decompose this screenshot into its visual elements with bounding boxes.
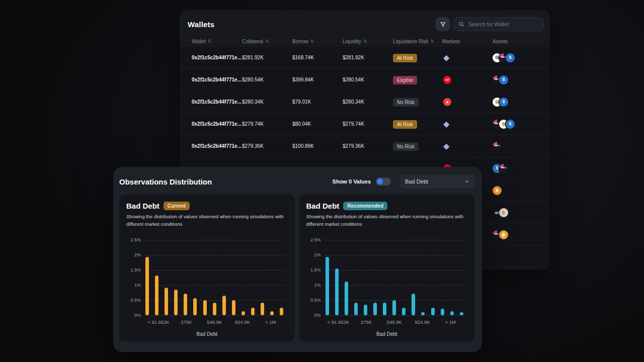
bar [460,312,463,315]
sort-icon: ⇅ [431,39,435,44]
risk-badge: At Risk [393,54,417,62]
x-tick-label: > 1M [257,319,285,325]
bad-debt-current-card: Bad Debt Current Showing the distributio… [119,195,295,341]
bar [203,300,207,316]
borrow-value: $168.74K [292,55,343,60]
bar [383,303,386,316]
column-label: Collateral [242,39,263,44]
table-row[interactable]: 0x2f1c5c2b44f771e...$281.92K$168.74K$281… [180,47,550,69]
bar-chart: 0%0.5%1%1.5%2%2.5% [144,240,285,315]
column-header-assets: Assets [493,39,542,44]
liquidity-value: $280.34K [343,99,393,105]
sort-icon: ⇅ [265,39,269,44]
x-tick-label: 549.9K [200,319,228,325]
risk-cell: No Risk [393,97,442,107]
x-tick-label: < 91.652K [325,319,353,325]
btc-icon: ฿ [493,186,502,195]
risk-cell: Eligible [393,75,442,84]
column-header-collateral[interactable]: Collateral⇅ [242,39,292,44]
bar [412,294,415,315]
y-tick-label: 1% [314,283,320,288]
wallet-search-input[interactable] [467,21,539,28]
filter-button[interactable] [436,17,450,31]
collateral-value: $279.36K [242,143,292,149]
bar [373,303,377,316]
bar [165,288,168,316]
risk-badge: At Risk [393,120,417,129]
usdc-icon: $ [499,75,508,84]
assets-cell: GWBTC$ [493,53,550,62]
show-zero-values-toggle[interactable] [376,177,391,186]
bar [354,303,358,316]
busd-icon: ฿ [499,230,508,239]
column-header-wallet[interactable]: Wallet⇅ [192,39,242,44]
market-cell: OP [442,76,493,84]
assets-cell: WBTC฿$ [493,120,550,129]
borrow-value: $79.01K [292,99,343,105]
liquidity-value: $279.36K [343,143,393,149]
y-tick-label: 2.5% [310,237,321,242]
chevron-down-icon [464,179,469,184]
table-row[interactable]: 0x2f1c5c2b44f771e...$279.36K$100.89K$279… [180,135,550,157]
wallets-title: Wallets [188,20,214,29]
sort-icon: ⇅ [207,39,211,44]
wbtc-icon: WBTC [493,142,502,151]
y-tick-label: 2% [134,252,141,257]
observations-controls: Show 0 Values Bad Debt [333,174,474,189]
x-tick-label: 824.9K [409,319,437,325]
collateral-value: $280.34K [242,99,292,105]
chart-cards: Bad Debt Current Showing the distributio… [113,194,482,349]
wallet-address: 0x2f1c5c2b44f771e... [192,99,242,105]
risk-badge: No Risk [393,98,419,107]
chart-title: Bad Debt [126,202,159,210]
bar [145,257,149,315]
column-header-liquidity[interactable]: Liquidity⇅ [343,39,393,44]
observations-panel: Observations Distribution Show 0 Values … [113,167,482,352]
chart-title: Bad Debt [306,202,340,210]
recommended-badge: Recommended [343,202,387,210]
table-row[interactable]: 0x2f1c5c2b44f771e...$280.34K$79.01K$280.… [180,91,550,113]
optimism-icon: OP [443,76,451,84]
metric-dropdown-value: Bad Debt [405,178,428,185]
chart-card-head: Bad Debt Recommended [306,202,468,210]
table-row[interactable]: 0x2f1c5c2b44f771e...$279.74K$80.04K$279.… [180,113,550,135]
chart-subtitle: Showing the distribution of values obser… [126,213,288,228]
ethereum-icon: ◆ [443,120,449,128]
assets-cell: WBTC$ [493,75,550,84]
bar [261,303,264,316]
bar [242,311,245,315]
wallets-table-header: Wallet⇅Collateral⇅Borrow⇅Liquidity⇅Liqui… [180,35,550,46]
column-header-liquidation-risk[interactable]: Liquidation Risk⇅ [393,39,442,44]
ethereum-icon: ◆ [443,54,449,62]
funnel-icon [440,21,446,28]
column-header-borrow[interactable]: Borrow⇅ [292,39,343,44]
gridline [144,315,285,316]
market-cell: ◆ [442,54,493,62]
liquidity-value: $280.54K [343,77,393,82]
bars-group [326,240,464,315]
metric-dropdown[interactable]: Bad Debt [400,174,474,189]
wallet-search[interactable] [454,17,544,31]
y-tick-label: 1.5% [130,267,141,273]
x-tick-label: 275K [352,319,380,325]
wallets-controls [436,17,544,31]
sort-icon: ⇅ [310,39,314,44]
column-label: Borrow [292,39,308,44]
bar [251,308,255,316]
borrow-value: $80.04K [292,121,343,127]
column-label: Wallet [192,39,205,44]
bar [222,296,226,315]
ethereum-icon: ◆ [443,142,449,150]
table-row[interactable]: 0x2f1c5c2b44f771e...$280.54K$399.84K$280… [180,69,550,91]
usdc-icon: $ [506,53,515,62]
y-tick-label: 1.5% [310,267,321,273]
assets-cell: $WBTC [493,164,550,173]
x-tick-label: 824.9K [228,319,257,325]
market-cell: ◆ [442,120,493,128]
chart-subtitle: Showing the distribution of values obser… [306,213,468,228]
column-header-markets: Markets [442,39,493,44]
bar [392,300,396,316]
avalanche-icon: ▲ [443,98,451,106]
usdc-icon: $ [499,98,508,107]
x-tick-label: < 91.652K [144,319,173,325]
